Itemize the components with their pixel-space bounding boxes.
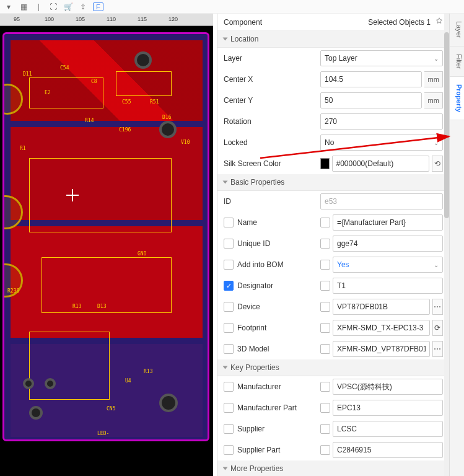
mfr-input[interactable] [333, 379, 443, 395]
silk-label: R13 [144, 369, 152, 374]
section-basic[interactable]: Basic Properties [217, 174, 449, 191]
silk-label: R13 [72, 304, 81, 309]
section-title: Basic Properties [230, 178, 284, 187]
center-x-input[interactable] [320, 71, 422, 87]
device-enable-checkbox[interactable] [320, 302, 330, 312]
chevron-down-icon: ⌄ [434, 139, 439, 146]
bom-select[interactable]: Yes ⌄ [333, 257, 443, 273]
scrollbar-thumb[interactable] [444, 32, 449, 218]
device-browse-button[interactable]: ⋯ [432, 299, 443, 315]
cart-icon[interactable]: 🛒 [63, 2, 73, 12]
upload-icon[interactable]: ⇪ [78, 2, 88, 12]
silk-label: C8 [91, 79, 97, 84]
silk-label: GND [138, 251, 146, 257]
cursor-crosshair [66, 189, 79, 201]
footprint-refresh-button[interactable]: ⟳ [432, 320, 443, 336]
mpart-enable-checkbox[interactable] [320, 403, 330, 413]
ruler-horizontal: 95 100 105 110 115 120 [0, 14, 213, 26]
panel-title: Component [224, 18, 262, 27]
model-browse-button[interactable]: ⋯ [432, 341, 443, 357]
color-swatch[interactable] [320, 158, 330, 169]
model-show-checkbox[interactable] [224, 344, 234, 354]
dropdown-icon[interactable]: ▾ [4, 2, 14, 12]
silk-label: R1 [20, 146, 26, 151]
silk-color-input[interactable] [332, 156, 430, 172]
center-y-label: Center Y [224, 96, 253, 105]
model-input[interactable] [333, 341, 430, 357]
layer-value: Top Layer [325, 54, 357, 63]
name-show-checkbox[interactable] [224, 218, 234, 227]
tab-layer[interactable]: Layer [450, 14, 464, 46]
silk-label: C54 [60, 65, 69, 71]
spart-show-checkbox[interactable] [224, 445, 234, 455]
section-more[interactable]: More Properties [217, 461, 449, 476]
chevron-down-icon: ⌄ [434, 262, 439, 268]
footprint-label: Footprint [237, 324, 266, 332]
section-title: More Properties [230, 464, 283, 473]
name-input[interactable] [333, 214, 443, 231]
spart-input[interactable] [333, 442, 443, 458]
designator-input[interactable] [333, 278, 443, 294]
silk-label: R14 [85, 118, 94, 123]
silk-label: CN5 [107, 406, 115, 412]
uid-label: Unique ID [237, 239, 270, 248]
silk-label: V10 [181, 139, 190, 145]
name-enable-checkbox[interactable] [320, 218, 330, 227]
bom-enable-checkbox[interactable] [320, 260, 330, 270]
locked-select[interactable]: No ⌄ [320, 134, 443, 151]
center-y-input[interactable] [320, 92, 422, 108]
properties-panel: Component Selected Objects 1 Location La… [217, 14, 449, 476]
collapse-icon [223, 366, 228, 369]
tab-property[interactable]: Property [450, 77, 464, 120]
ruler-tick: 95 [14, 16, 20, 22]
pcb-viewport[interactable]: D11 C54 C8 E2 C55 R51 R14 D16 C196 V10 R… [0, 26, 213, 476]
scrollbar-track[interactable] [444, 14, 449, 476]
id-input [320, 193, 443, 209]
rotation-label: Rotation [224, 117, 252, 126]
model-enable-checkbox[interactable] [320, 344, 330, 354]
supplier-enable-checkbox[interactable] [320, 424, 330, 434]
divider: | [33, 2, 43, 12]
uid-enable-checkbox[interactable] [320, 239, 330, 249]
footprint-enable-checkbox[interactable] [320, 323, 330, 333]
collapse-icon [223, 467, 228, 470]
grid-icon[interactable]: ▦ [19, 2, 28, 12]
supplier-show-checkbox[interactable] [224, 424, 234, 434]
name-label: Name [237, 218, 257, 227]
designator-enable-checkbox[interactable] [320, 281, 330, 291]
reset-color-button[interactable]: ⟲ [432, 156, 443, 172]
fit-icon[interactable]: ⛶ [48, 2, 58, 12]
footprint-input[interactable] [333, 320, 430, 336]
uid-show-checkbox[interactable] [224, 239, 234, 249]
footprint-show-checkbox[interactable] [224, 323, 234, 333]
mpart-show-checkbox[interactable] [224, 403, 234, 413]
pin-icon[interactable] [436, 17, 443, 27]
mfr-enable-checkbox[interactable] [320, 382, 330, 392]
panel-body[interactable]: Location Layer Top Layer ⌄ Center X mm [217, 31, 449, 476]
bom-value: Yes [337, 260, 349, 269]
layer-select[interactable]: Top Layer ⌄ [320, 50, 443, 66]
device-show-checkbox[interactable] [224, 302, 234, 312]
spart-enable-checkbox[interactable] [320, 445, 330, 455]
mfr-show-checkbox[interactable] [224, 382, 234, 392]
unit-mm: mm [424, 71, 443, 87]
device-input[interactable] [333, 299, 430, 315]
designator-label: Designator [237, 281, 273, 290]
ruler-tick: 110 [107, 16, 116, 22]
rotation-input[interactable] [320, 113, 443, 130]
f-badge[interactable]: F [93, 2, 103, 11]
section-location[interactable]: Location [217, 31, 449, 48]
silk-label: R236 [7, 288, 19, 294]
uid-input[interactable] [333, 236, 443, 252]
pcb-canvas[interactable]: 95 100 105 110 115 120 [0, 14, 213, 476]
center-x-label: Center X [224, 75, 253, 84]
mpart-input[interactable] [333, 400, 443, 416]
chevron-down-icon: ⌄ [434, 55, 439, 62]
supplier-input[interactable] [333, 421, 443, 437]
bom-show-checkbox[interactable] [224, 260, 234, 270]
ruler-tick: 120 [169, 16, 178, 22]
section-key[interactable]: Key Properties [217, 359, 449, 376]
tab-filter[interactable]: Filter [450, 46, 464, 77]
side-tabs: Layer Filter Property [449, 14, 464, 476]
designator-show-checkbox[interactable]: ✓ [224, 281, 234, 291]
